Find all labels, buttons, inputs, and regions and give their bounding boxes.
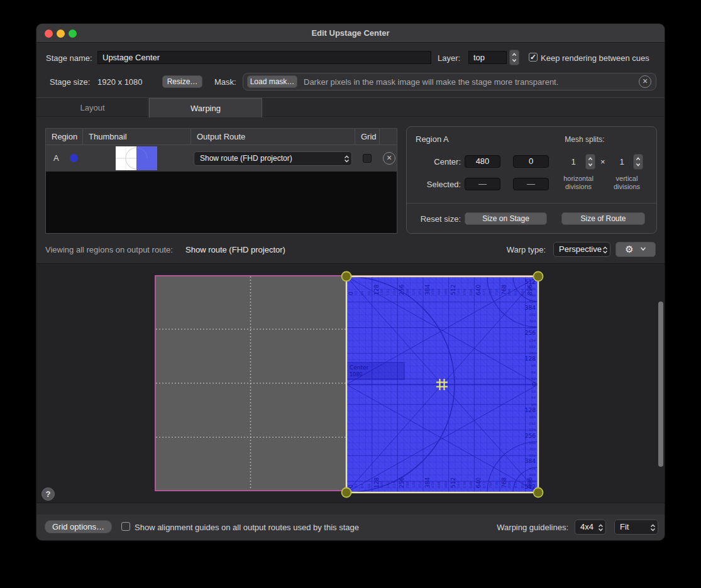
tab-layout[interactable]: Layout [36,98,149,117]
layer-label: Layer: [438,53,460,63]
svg-text:640: 640 [475,285,482,295]
mesh-splits-label: Mesh splits: [553,135,616,144]
minimize-window-button[interactable] [57,30,65,38]
warp-settings-button[interactable]: ⚙ [615,242,656,257]
h-divisions-value: 1 [567,157,580,166]
svg-text:672: 672 [482,482,486,489]
column-header-output-route[interactable]: Output Route [191,129,355,144]
grid-options-button[interactable]: Grid options… [45,520,112,533]
svg-text:320: 320 [529,319,536,323]
svg-text:832: 832 [514,482,517,489]
svg-text:416: 416 [529,467,536,471]
mask-label: Mask: [214,77,236,87]
window-title: Edit Upstage Center [36,24,665,43]
size-of-route-button[interactable]: Size of Route [561,212,645,225]
stage-name-input[interactable]: Upstage Center [97,51,431,64]
svg-text:0: 0 [348,484,354,488]
svg-text:448: 448 [529,473,536,477]
zoom-window-button[interactable] [69,30,77,38]
svg-text:0: 0 [348,291,354,295]
tab-bar: Layout Warping [36,97,665,117]
load-mask-button[interactable]: Load mask… [247,75,297,88]
svg-text:64: 64 [360,484,364,488]
column-header-grid[interactable]: Grid [355,129,380,144]
svg-text:256: 256 [525,330,536,336]
stage-name-label: Stage name: [46,53,92,63]
warp-canvas[interactable]: 0032326464969612812816016019219222422425… [36,263,665,503]
svg-text:768: 768 [501,285,507,295]
guidelines-fit-select[interactable]: Fit [614,520,658,535]
selected-x-field[interactable]: — [465,178,500,190]
svg-text:704: 704 [488,481,492,488]
layer-stepper[interactable] [509,50,519,65]
svg-text:256: 256 [399,285,405,295]
layer-input[interactable]: top [468,51,507,64]
vertical-scrollbar-thumb[interactable] [658,302,663,467]
grid-checkbox[interactable] [363,154,372,163]
gear-icon: ⚙ [625,244,633,254]
v-divisions-stepper[interactable] [633,154,643,170]
keep-rendering-checkbox[interactable]: ✓ [529,53,538,62]
panel-divider [407,203,656,204]
tab-warping[interactable]: Warping [149,98,262,117]
resize-button[interactable]: Resize… [162,75,202,88]
svg-text:128: 128 [373,285,380,295]
svg-text:128: 128 [525,356,536,362]
svg-text:544: 544 [456,481,460,488]
warp-type-label: Warp type: [507,245,546,254]
svg-text:320: 320 [412,288,416,295]
region-color-dot[interactable] [70,154,78,162]
svg-text:384: 384 [424,477,431,488]
bottom-bar: Grid options… Show alignment guides on a… [36,514,665,541]
clear-mask-button[interactable]: × [639,75,651,88]
svg-text:704: 704 [488,288,492,295]
svg-text:576: 576 [463,288,466,295]
show-alignment-guides-label: Show alignment guides on all output rout… [135,523,359,532]
svg-text:736: 736 [495,288,499,295]
svg-text:352: 352 [529,454,536,457]
svg-text:576: 576 [463,481,466,488]
chevron-down-icon [640,246,646,251]
table-row[interactable]: A Show route (FHD projector) [46,145,397,172]
svg-text:Center: Center [350,364,369,371]
svg-text:448: 448 [529,293,536,297]
svg-text:224: 224 [529,339,536,342]
help-button[interactable]: ? [41,487,55,501]
svg-text:256: 256 [399,477,405,488]
svg-text:800: 800 [507,481,511,488]
svg-text:608: 608 [469,481,473,488]
svg-text:320: 320 [412,481,416,488]
svg-text:128: 128 [373,477,380,488]
svg-text:544: 544 [456,288,460,295]
svg-text:32: 32 [531,389,536,393]
center-x-field[interactable]: 480 [465,155,500,168]
show-alignment-guides-checkbox[interactable] [121,522,130,531]
close-window-button[interactable] [45,30,53,38]
guidelines-grid-select[interactable]: 4x4 [575,520,606,535]
svg-text:224: 224 [529,428,536,432]
svg-text:768: 768 [501,477,507,488]
selected-label: Selected: [407,180,461,189]
size-on-stage-button[interactable]: Size on Stage [465,212,547,225]
warp-type-select[interactable]: Perspective [553,242,610,257]
svg-text:32: 32 [354,484,358,488]
stage-size-value: 1920 x 1080 [97,77,143,87]
svg-text:192: 192 [529,345,536,349]
svg-text:512: 512 [450,477,456,488]
region-a-warp-surface[interactable]: 0032326464969612812816016019219222422425… [346,276,538,493]
title-bar[interactable]: Edit Upstage Center [36,24,665,43]
svg-text:224: 224 [392,288,396,295]
h-divisions-stepper[interactable] [585,154,595,170]
svg-text:480: 480 [529,287,536,291]
svg-text:512: 512 [450,285,456,295]
selected-y-field[interactable]: — [513,178,549,190]
column-header-region[interactable]: Region [46,129,83,144]
svg-text:480: 480 [444,481,448,488]
delete-region-button[interactable]: × [383,152,395,165]
output-route-select[interactable]: Show route (FHD projector) [194,151,352,166]
center-y-field[interactable]: 0 [513,155,549,168]
svg-text:96: 96 [531,403,536,406]
mesh-times-label: × [600,157,605,166]
column-header-thumbnail[interactable]: Thumbnail [83,129,191,144]
svg-text:96: 96 [531,364,536,368]
